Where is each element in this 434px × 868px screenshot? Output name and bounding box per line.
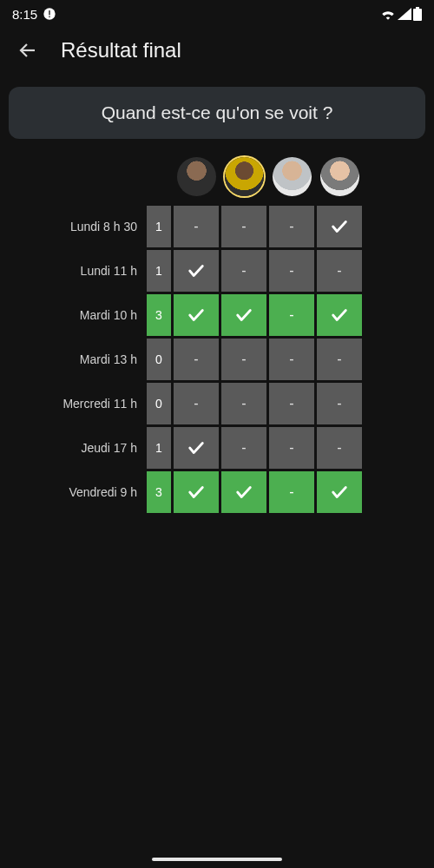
dash-icon: - bbox=[337, 396, 341, 411]
vote-cell[interactable] bbox=[174, 427, 219, 469]
question-card: Quand est-ce qu'on se voit ? bbox=[9, 87, 425, 139]
participant-avatar-4[interactable] bbox=[317, 157, 362, 203]
poll-row: Mercredi 11 h0---- bbox=[62, 383, 362, 424]
app-bar: Résultat final bbox=[0, 28, 434, 78]
check-icon bbox=[187, 262, 206, 277]
vote-cell[interactable]: - bbox=[221, 427, 266, 469]
svg-rect-1 bbox=[49, 10, 50, 15]
participant-avatar-2[interactable] bbox=[221, 157, 266, 203]
row-label: Lundi 11 h bbox=[62, 250, 144, 292]
dash-icon: - bbox=[337, 263, 341, 278]
vote-cell[interactable]: - bbox=[269, 294, 314, 336]
avatar bbox=[225, 157, 264, 196]
dash-icon: - bbox=[241, 440, 246, 455]
check-icon bbox=[187, 483, 206, 498]
dash-icon: - bbox=[194, 219, 198, 233]
avatar bbox=[320, 157, 359, 196]
check-icon bbox=[187, 306, 206, 321]
poll-row: Vendredi 9 h3- bbox=[62, 471, 362, 513]
page-title: Résultat final bbox=[61, 38, 181, 62]
dash-icon: - bbox=[241, 352, 246, 366]
dash-icon: - bbox=[289, 307, 293, 322]
status-right bbox=[380, 7, 422, 21]
status-bar: 8:15 bbox=[0, 0, 434, 28]
check-icon bbox=[234, 306, 253, 321]
vote-cell[interactable] bbox=[317, 471, 362, 513]
participant-avatar-1[interactable] bbox=[174, 157, 219, 203]
vote-cell[interactable]: - bbox=[174, 339, 219, 380]
svg-rect-4 bbox=[416, 7, 419, 9]
exclamation-icon bbox=[43, 7, 56, 21]
vote-cell[interactable]: - bbox=[317, 339, 362, 380]
avatar bbox=[273, 157, 312, 196]
poll-row: Mardi 13 h0---- bbox=[62, 339, 362, 380]
vote-cell[interactable] bbox=[221, 471, 266, 513]
signal-icon bbox=[398, 8, 411, 20]
poll-row: Lundi 11 h1--- bbox=[62, 250, 362, 292]
poll-row: Mardi 10 h3- bbox=[62, 294, 362, 336]
check-icon bbox=[330, 218, 349, 233]
svg-rect-3 bbox=[413, 9, 422, 21]
vote-cell[interactable] bbox=[174, 250, 219, 292]
vote-cell[interactable]: - bbox=[221, 206, 266, 247]
participant-avatar-3[interactable] bbox=[269, 157, 314, 203]
poll-row: Lundi 8 h 301--- bbox=[62, 206, 362, 247]
vote-cell[interactable]: - bbox=[317, 383, 362, 424]
vote-count: 0 bbox=[147, 339, 171, 380]
question-text: Quand est-ce qu'on se voit ? bbox=[102, 102, 333, 122]
vote-cell[interactable]: - bbox=[221, 339, 266, 380]
avatar bbox=[177, 157, 216, 196]
row-label: Jeudi 17 h bbox=[62, 427, 144, 469]
wifi-icon bbox=[380, 8, 396, 20]
vote-cell[interactable]: - bbox=[174, 383, 219, 424]
home-indicator bbox=[152, 858, 282, 861]
dash-icon: - bbox=[289, 396, 293, 411]
battery-icon bbox=[413, 7, 422, 21]
dash-icon: - bbox=[241, 263, 246, 278]
check-icon bbox=[234, 483, 253, 498]
svg-rect-2 bbox=[49, 16, 50, 17]
dash-icon: - bbox=[241, 219, 246, 233]
dash-icon: - bbox=[289, 352, 293, 366]
row-label: Mardi 13 h bbox=[62, 339, 144, 380]
dash-icon: - bbox=[289, 484, 293, 499]
dash-icon: - bbox=[241, 396, 246, 411]
check-icon bbox=[330, 306, 349, 321]
check-icon bbox=[330, 483, 349, 498]
check-icon bbox=[187, 439, 206, 454]
vote-count: 3 bbox=[147, 471, 171, 513]
vote-cell[interactable]: - bbox=[269, 339, 314, 380]
dash-icon: - bbox=[289, 219, 293, 233]
vote-cell[interactable]: - bbox=[269, 383, 314, 424]
row-label: Lundi 8 h 30 bbox=[62, 206, 144, 247]
dash-icon: - bbox=[337, 352, 341, 366]
back-arrow-icon bbox=[17, 40, 38, 61]
vote-cell[interactable]: - bbox=[269, 206, 314, 247]
vote-cell[interactable]: - bbox=[269, 427, 314, 469]
vote-cell[interactable]: - bbox=[269, 250, 314, 292]
vote-count: 3 bbox=[147, 294, 171, 336]
vote-cell[interactable]: - bbox=[317, 427, 362, 469]
vote-count: 0 bbox=[147, 383, 171, 424]
vote-cell[interactable]: - bbox=[174, 206, 219, 247]
vote-cell[interactable]: - bbox=[269, 471, 314, 513]
vote-cell[interactable] bbox=[221, 294, 266, 336]
dash-icon: - bbox=[194, 396, 198, 411]
row-label: Mardi 10 h bbox=[62, 294, 144, 336]
back-button[interactable] bbox=[16, 38, 40, 62]
vote-count: 1 bbox=[147, 206, 171, 247]
dash-icon: - bbox=[289, 440, 293, 455]
vote-cell[interactable]: - bbox=[221, 250, 266, 292]
vote-cell[interactable] bbox=[174, 294, 219, 336]
row-label: Vendredi 9 h bbox=[62, 471, 144, 513]
vote-cell[interactable] bbox=[317, 294, 362, 336]
poll-grid: Lundi 8 h 301---Lundi 11 h1---Mardi 10 h… bbox=[0, 155, 434, 516]
dash-icon: - bbox=[289, 263, 293, 278]
poll-row: Jeudi 17 h1--- bbox=[62, 427, 362, 469]
status-time: 8:15 bbox=[12, 7, 37, 22]
vote-cell[interactable] bbox=[317, 206, 362, 247]
vote-cell[interactable]: - bbox=[221, 383, 266, 424]
vote-cell[interactable]: - bbox=[317, 250, 362, 292]
vote-cell[interactable] bbox=[174, 471, 219, 513]
vote-count: 1 bbox=[147, 427, 171, 469]
